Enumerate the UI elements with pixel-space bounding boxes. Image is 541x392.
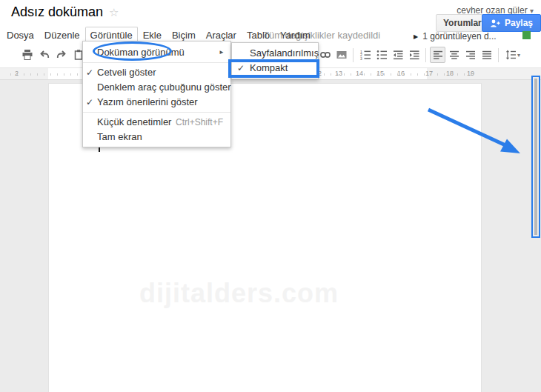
title-row: Adsız doküman ☆ [11,4,119,20]
menu-separator [83,62,230,63]
ruler-number: 18 [446,70,454,77]
comments-button-label: Yorumlar [443,18,482,28]
menu-item-dokuman-gorunumu[interactable]: Doküman görünümü ► [83,45,230,60]
line-spacing-icon[interactable] [502,47,518,63]
numbered-list-icon[interactable]: 1 2 3 [357,47,373,63]
document-view-submenu: Sayfalandırılmış ✓ Kompakt [231,42,319,79]
toolbar-separator [425,48,426,62]
share-person-icon [490,19,500,28]
menu-item-label: Tam ekran [97,131,142,142]
print-icon[interactable] [19,47,35,63]
triangle-right-icon: ▶ [414,33,418,40]
menu-duzenle[interactable]: Düzenle [39,27,85,44]
redo-icon[interactable] [53,47,69,63]
document-title[interactable]: Adsız doküman [11,4,103,20]
toolbar-separator [353,48,354,62]
viewers-label: 1 görüntüleyen d... [422,31,496,41]
undo-icon[interactable] [36,47,52,63]
submenu-arrow-icon: ► [219,45,225,60]
menu-tablo[interactable]: Tablo [242,27,275,44]
menu-item-tam-ekran[interactable]: Tam ekran [83,130,230,144]
menu-item-yazim-onerileri[interactable]: ✓ Yazım önerilerini göster [83,95,230,110]
ruler-number: 17 [425,70,433,77]
menu-item-denklem-arac-cubugu[interactable]: Denklem araç çubuğunu göster [83,80,230,95]
ruler-number: 16 [397,70,405,77]
presence-square [522,31,531,39]
star-icon[interactable]: ☆ [109,7,119,18]
scrollbar-thumb[interactable] [534,79,537,235]
insert-image-icon[interactable] [333,47,349,63]
shortcut-label: Ctrl+Shift+F [176,115,223,130]
google-docs-window: Adsız doküman ☆ cevher ozan güler ▾ Yoru… [0,0,541,392]
insert-link-icon[interactable] [317,47,333,63]
viewers-indicator[interactable]: ▶ 1 görüntüleyen d... [414,31,497,41]
menu-item-label: Kompakt [250,62,288,73]
check-icon: ✓ [86,95,96,110]
menu-item-label: Sayfalandırılmış [250,47,319,59]
align-justify-icon[interactable] [479,47,494,63]
share-button[interactable]: Paylaş [482,14,541,32]
menu-item-kucuk-denetimler[interactable]: Ctrl+Shift+F Küçük denetimler [83,115,230,130]
ruler-number: 13 [335,70,342,77]
align-right-icon[interactable] [462,47,478,63]
align-left-icon[interactable] [430,47,445,63]
submenu-item-kompakt[interactable]: ✓ Kompakt [232,61,318,76]
check-icon: ✓ [86,65,96,80]
view-menu-dropdown: Doküman görünümü ► ✓ Cetveli göster Denk… [82,41,231,147]
bulleted-list-icon[interactable] [374,47,389,63]
align-center-icon[interactable] [446,47,462,63]
menu-separator [83,112,230,113]
svg-text:3: 3 [360,56,362,61]
increase-indent-icon[interactable] [406,47,422,63]
menu-item-label: Denklem araç çubuğunu göster [97,82,231,93]
ruler-number: 15 [376,70,384,77]
ruler-number: 2 [15,70,19,77]
menu-yardim[interactable]: Yardım [275,27,316,44]
menu-dosya[interactable]: Dosya [1,27,39,44]
decrease-indent-icon[interactable] [390,47,405,63]
ruler-number: 19 [467,70,474,77]
menu-item-label: Cetveli göster [97,67,156,78]
watermark: dijitalders.com [49,278,429,309]
document-area: dijitalders.com [0,80,541,392]
menu-item-label: Küçük denetimler [97,116,171,127]
menu-item-label: Doküman görünümü [97,47,185,58]
chevron-down-icon[interactable]: ▾ [517,52,520,59]
ruler-number: 14 [356,70,363,77]
share-button-label: Paylaş [505,18,533,28]
menu-item-label: Yazım önerilerini göster [97,96,198,107]
toolbar-separator [498,48,499,62]
menu-item-cetveli-goster[interactable]: ✓ Cetveli göster [83,65,230,80]
check-icon: ✓ [237,61,248,76]
submenu-item-sayfalandirilmis[interactable]: Sayfalandırılmış [232,46,318,61]
annotation-scrollbar-highlight [531,76,540,238]
